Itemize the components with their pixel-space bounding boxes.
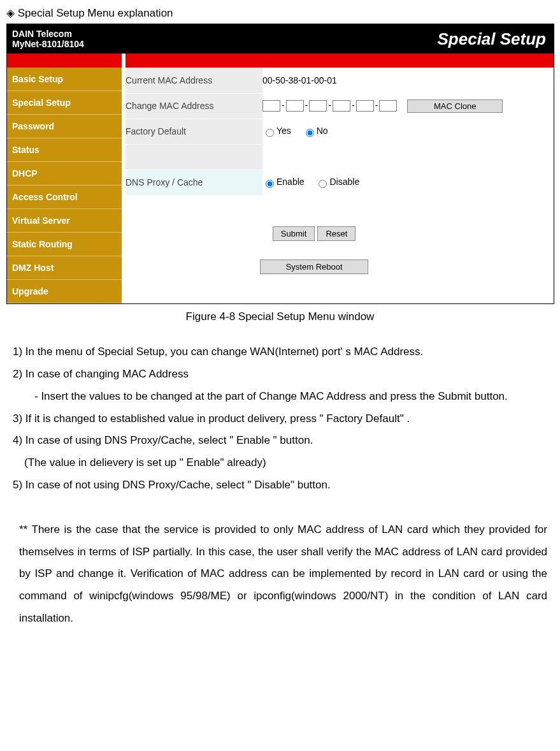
sidebar-nav: Basic Setup Special Setup Password Statu… [7, 68, 122, 303]
mac-octet-6[interactable] [379, 100, 397, 112]
mac-octet-1[interactable] [262, 100, 280, 112]
nav-password[interactable]: Password [7, 115, 122, 138]
dns-proxy-row: Enable Disable [262, 170, 503, 195]
step-1: 1) In the menu of Special Setup, you can… [13, 341, 547, 363]
dns-enable-radio[interactable] [266, 180, 274, 188]
label-blank [126, 144, 262, 170]
factory-yes-label[interactable]: Yes [262, 126, 291, 136]
factory-yes-text: Yes [276, 126, 291, 136]
red-divider [7, 54, 554, 68]
label-factory-default: Factory Default [126, 119, 262, 144]
figure-caption: Figure 4-8 Special Setup Menu window [6, 310, 554, 323]
reset-button[interactable]: Reset [317, 226, 355, 241]
brand-line1: DAIN Telecom [12, 29, 72, 39]
doc-heading: ◈ Special Setup Menu explanation [6, 6, 554, 20]
page-title: Special Setup [438, 29, 549, 49]
value-current-mac: 00-50-38-01-00-01 [262, 68, 503, 93]
step-4-note: (The value in delievery is set up " Enab… [13, 452, 547, 474]
router-admin-ui: DAIN Telecom MyNet-8101/8104 Special Set… [6, 24, 554, 304]
nav-basic-setup[interactable]: Basic Setup [7, 68, 122, 91]
nav-dmz-host[interactable]: DMZ Host [7, 256, 122, 280]
label-change-mac: Change MAC Address [126, 93, 262, 119]
mac-octet-3[interactable] [309, 100, 327, 112]
label-current-mac: Current MAC Address [126, 68, 262, 93]
system-reboot-button[interactable]: System Reboot [260, 259, 368, 274]
nav-dhcp[interactable]: DHCP [7, 162, 122, 186]
nav-status[interactable]: Status [7, 138, 122, 162]
content-panel: Current MAC Address 00-50-38-01-00-01 Ch… [122, 68, 554, 303]
dns-disable-text: Disable [329, 177, 359, 187]
footnote: ** There is the case that the service is… [13, 519, 547, 630]
dns-enable-label[interactable]: Enable [262, 177, 305, 187]
brand-block: DAIN Telecom MyNet-8101/8104 [12, 29, 84, 49]
factory-default-row: Yes No [262, 119, 503, 144]
mac-clone-button[interactable]: MAC Clone [407, 99, 503, 113]
step-3: 3) If it is changed to established value… [13, 408, 547, 430]
mac-octet-2[interactable] [286, 100, 304, 112]
nav-static-routing[interactable]: Static Routing [7, 233, 122, 256]
nav-special-setup[interactable]: Special Setup [7, 91, 122, 115]
change-mac-row: ----- MAC Clone [262, 93, 503, 119]
dns-disable-label[interactable]: Disable [315, 177, 359, 187]
dns-disable-radio[interactable] [319, 180, 327, 188]
nav-access-control[interactable]: Access Control [7, 186, 122, 209]
mac-octet-4[interactable] [333, 100, 350, 112]
factory-no-text: No [317, 126, 328, 136]
nav-virtual-server[interactable]: Virtual Server [7, 209, 122, 233]
dns-enable-text: Enable [276, 177, 305, 187]
nav-upgrade[interactable]: Upgrade [7, 280, 122, 303]
header-bar: DAIN Telecom MyNet-8101/8104 Special Set… [7, 24, 554, 54]
step-2: 2) In case of changing MAC Address [13, 363, 547, 386]
step-5: 5) In case of not using DNS Proxy/Cache,… [13, 474, 547, 497]
brand-line2: MyNet-8101/8104 [12, 39, 84, 49]
mac-octet-5[interactable] [356, 100, 374, 112]
explanation-text: 1) In the menu of Special Setup, you can… [6, 341, 554, 630]
factory-yes-radio[interactable] [266, 129, 274, 137]
step-4: 4) In case of using DNS Proxy/Cache, sel… [13, 430, 547, 452]
submit-button[interactable]: Submit [273, 226, 315, 241]
factory-no-radio[interactable] [306, 129, 314, 137]
label-dns-proxy: DNS Proxy / Cache [126, 170, 262, 195]
step-2-detail: - Insert the values to be changed at the… [13, 386, 547, 408]
factory-no-label[interactable]: No [303, 126, 328, 136]
